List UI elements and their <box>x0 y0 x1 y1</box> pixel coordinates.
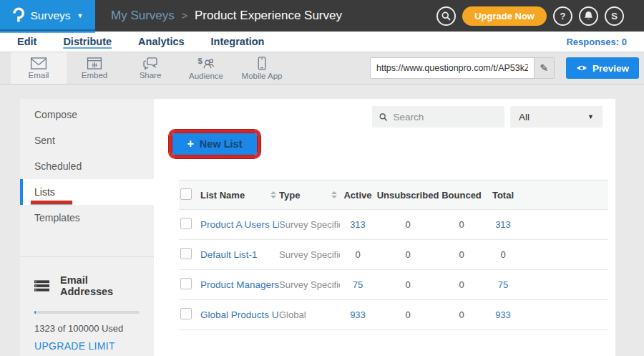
header-type: Type <box>279 190 300 201</box>
row-checkbox[interactable] <box>180 248 192 259</box>
chevron-down-icon: ▼ <box>77 12 84 19</box>
sort-icon[interactable] <box>270 191 276 198</box>
search-icon <box>441 11 451 21</box>
bounced-count: 0 <box>440 309 483 320</box>
total-count[interactable]: 933 <box>483 309 523 320</box>
upgrade-now-button[interactable]: Upgrade Now <box>462 6 547 26</box>
sidebar-item-sent[interactable]: Sent <box>20 128 154 153</box>
usage-progress-bar <box>34 311 140 314</box>
table-row: Global Products User Global 933 0 0 933 <box>179 300 608 330</box>
channel-label: Mobile App <box>242 72 283 80</box>
edit-url-button[interactable]: ✎ <box>534 57 554 79</box>
total-count[interactable]: 75 <box>483 279 523 290</box>
tab-edit[interactable]: Edit <box>17 36 36 47</box>
new-list-button[interactable]: + New List <box>172 133 257 155</box>
table-row: Default List-1 Survey Specific 0 0 0 0 <box>179 240 608 270</box>
row-checkbox[interactable] <box>180 278 192 289</box>
sidebar-item-lists[interactable]: Lists <box>20 179 154 205</box>
tab-integration[interactable]: Integration <box>211 36 265 47</box>
embed-icon <box>87 57 102 69</box>
breadcrumb: My Surveys > Product Experience Survey <box>111 9 342 23</box>
unsubscribed-count: 0 <box>376 219 440 230</box>
channel-label: Embed <box>82 71 107 80</box>
table-header-row: List Name Type Active Unsubscribed Bounc… <box>179 180 608 210</box>
breadcrumb-my-surveys[interactable]: My Surveys <box>111 9 175 23</box>
survey-url-box: ✎ <box>370 57 555 79</box>
sidebar-item-compose[interactable]: Compose <box>20 102 154 128</box>
distribute-toolbar: Email Embed Share $ Audience Mobile App <box>0 52 644 85</box>
app-label: Surveys <box>31 9 71 22</box>
sidebar-item-label: Templates <box>34 212 80 223</box>
active-count[interactable]: 313 <box>340 219 376 230</box>
share-icon <box>142 57 159 69</box>
email-icon <box>30 57 47 69</box>
header-active: Active <box>340 190 376 201</box>
bounced-count: 0 <box>440 219 483 230</box>
preview-label: Preview <box>592 63 629 74</box>
usage-progress-fill <box>34 311 36 314</box>
email-sidebar: Compose Sent Scheduled Lists Templates <box>20 99 154 356</box>
questionpro-logo-icon <box>12 7 24 24</box>
sort-icon[interactable] <box>331 191 337 198</box>
survey-url-input[interactable] <box>371 63 534 73</box>
channel-share[interactable]: Share <box>122 52 178 84</box>
header-list-name: List Name <box>200 190 245 201</box>
table-row: Product A Users List Survey Specific 313… <box>179 210 608 240</box>
sidebar-item-label: Scheduled <box>34 160 82 172</box>
help-button[interactable]: ? <box>553 6 572 26</box>
channel-label: Audience <box>189 72 223 80</box>
list-name-link[interactable]: Global Products User <box>200 309 279 320</box>
list-name-link[interactable]: Product Managers List <box>200 279 279 290</box>
surveys-app-switcher[interactable]: Surveys ▼ <box>0 0 95 32</box>
search-button[interactable] <box>436 6 456 26</box>
eye-icon <box>576 64 587 72</box>
sidebar-item-label: Compose <box>34 109 77 120</box>
lists-table: List Name Type Active Unsubscribed Bounc… <box>179 180 608 330</box>
notifications-button[interactable] <box>579 6 598 26</box>
user-avatar[interactable]: S <box>605 6 624 26</box>
list-type-filter[interactable]: All ▼ <box>510 106 602 128</box>
sidebar-item-templates[interactable]: Templates <box>20 205 154 231</box>
audience-icon: $ <box>197 57 215 70</box>
total-count[interactable]: 0 <box>483 249 523 260</box>
channel-label: Email <box>29 71 49 80</box>
tab-analytics[interactable]: Analytics <box>138 36 184 47</box>
avatar-initial: S <box>611 11 618 21</box>
select-all-checkbox[interactable] <box>180 188 192 200</box>
table-row: Product Managers List Survey Specific 75… <box>179 270 608 300</box>
active-count[interactable]: 75 <box>340 279 376 290</box>
responses-count[interactable]: Responses: 0 <box>566 37 644 47</box>
sidebar-item-label: Sent <box>34 135 55 146</box>
channel-email[interactable]: Email <box>11 52 67 84</box>
logo-accent-line <box>0 32 95 33</box>
unsubscribed-count: 0 <box>376 309 440 320</box>
active-count[interactable]: 933 <box>340 309 376 320</box>
channel-mobile-app[interactable]: Mobile App <box>234 52 290 84</box>
bounced-count: 0 <box>440 249 483 260</box>
svg-text:$: $ <box>198 57 203 65</box>
annotation-underline-lists <box>31 201 72 204</box>
row-checkbox[interactable] <box>180 218 192 229</box>
email-addresses-panel: Email Addresses 1323 of 100000 Used UPGR… <box>20 257 154 352</box>
channel-label: Share <box>140 71 162 80</box>
header-unsubscribed: Unsubscribed <box>376 190 440 201</box>
channel-audience[interactable]: $ Audience <box>178 52 234 84</box>
list-name-link[interactable]: Default List-1 <box>200 249 279 260</box>
tab-distribute[interactable]: Distribute <box>63 36 112 47</box>
search-input[interactable] <box>393 112 497 122</box>
channel-embed[interactable]: Embed <box>67 52 122 84</box>
row-checkbox[interactable] <box>180 308 192 319</box>
preview-button[interactable]: Preview <box>566 57 639 79</box>
question-mark-icon: ? <box>560 11 566 21</box>
survey-tab-bar: Edit Distribute Analytics Integration Re… <box>0 32 644 52</box>
total-count[interactable]: 313 <box>483 219 523 230</box>
active-count[interactable]: 0 <box>340 249 376 260</box>
list-name-link[interactable]: Product A Users List <box>200 219 279 230</box>
list-type: Global <box>279 309 340 320</box>
list-type: Survey Specific <box>279 249 340 260</box>
filter-value: All <box>519 112 530 122</box>
bell-icon <box>584 11 593 21</box>
upgrade-limit-link[interactable]: UPGRADE LIMIT <box>34 340 140 352</box>
sidebar-item-scheduled[interactable]: Scheduled <box>20 153 154 179</box>
new-list-label: New List <box>200 138 243 150</box>
